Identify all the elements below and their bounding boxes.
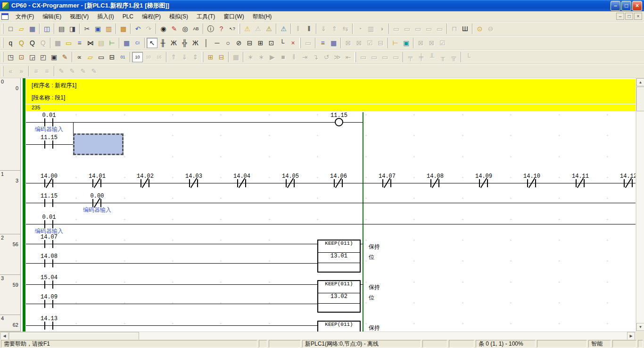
new-closed-or-contact-button[interactable]: Ж (190, 38, 201, 48)
show-grid-button[interactable]: ▦ (52, 38, 63, 48)
restore-button[interactable]: □ (621, 1, 631, 11)
online-simulator-button[interactable]: ⚠ (278, 24, 289, 34)
new-function-block-button[interactable]: ⊡ (266, 38, 277, 48)
contact-nc-14.12[interactable] (624, 179, 633, 187)
toolbar-grip[interactable] (2, 52, 3, 62)
new-contact-button[interactable]: ╫ (157, 38, 168, 48)
contact-nc-14.09[interactable] (479, 179, 488, 187)
rung-margin-0[interactable]: 00 (0, 78, 21, 171)
plc-settings-button[interactable]: ⊞ (205, 52, 216, 62)
rung-margin-4[interactable]: 462 (0, 315, 21, 331)
replace-button[interactable]: ✎ (169, 24, 180, 34)
scroll-right-button[interactable]: ▶ (627, 332, 635, 340)
contact-nc-14.07[interactable] (382, 179, 392, 187)
paste-button[interactable]: ▥ (103, 24, 114, 34)
vertical-scroll-thumb[interactable] (636, 87, 644, 111)
copy-button[interactable]: ▣ (92, 24, 103, 34)
contact-nc-14.06[interactable] (334, 179, 343, 187)
find-error-button[interactable]: ⚠ (264, 24, 274, 34)
zoom-prev-button[interactable]: q (5, 38, 16, 48)
selection-cursor[interactable] (73, 133, 124, 155)
vertical-line-button[interactable]: │ (201, 38, 212, 48)
new-button[interactable]: □ (5, 24, 16, 34)
contact-no-14.13[interactable] (44, 322, 54, 330)
window-ladder-button[interactable]: ▭ (96, 52, 107, 62)
vertical-scrollbar[interactable]: ▲ ▼ (636, 78, 644, 331)
monitor-binary-button[interactable]: 01 (117, 52, 128, 62)
protect-on-button[interactable]: ⊙ (474, 24, 485, 34)
menu-item-2[interactable]: 编辑(E) (38, 12, 66, 21)
contact-nc-14.08[interactable] (430, 179, 440, 187)
scroll-down-button[interactable]: ▼ (636, 323, 644, 331)
show-rung-list-button[interactable]: ≡ (74, 38, 85, 48)
keep-block-13.02[interactable]: KEEP(011)13.02 (317, 280, 361, 313)
mdi-close-button[interactable]: × (634, 13, 642, 20)
help-button[interactable]: ? (216, 24, 227, 34)
local-symbols-button[interactable]: ▱ (85, 52, 96, 62)
print-preview-button[interactable]: ◨ (67, 24, 78, 34)
find-button[interactable]: ◉ (158, 24, 169, 34)
find-replace-button[interactable]: ◎ (180, 24, 190, 34)
contact-nc-14.11[interactable] (576, 179, 585, 187)
symbol-colors-button[interactable]: ⊢ (390, 38, 401, 48)
contact-no-14.08[interactable] (44, 259, 54, 267)
symbol-table-button[interactable]: ▦ (121, 38, 132, 48)
section-list-button[interactable]: ▦ (328, 38, 339, 48)
contact-nc-14.04[interactable] (237, 179, 247, 187)
menu-item-4[interactable]: 插入(I) (93, 12, 118, 21)
keep-block-13.01[interactable]: KEEP(011)13.01 (317, 240, 361, 273)
contact-no-14.07[interactable] (44, 240, 54, 248)
coil-11.15[interactable] (335, 118, 343, 126)
close-button[interactable]: × (632, 1, 642, 11)
mdi-minimize-button[interactable]: – (616, 13, 624, 20)
window-build-button[interactable]: ⊡ (16, 52, 27, 62)
contact-no-15.04[interactable] (44, 281, 54, 289)
context-help-button[interactable]: ↖? (227, 24, 238, 34)
delete-button[interactable]: × (288, 38, 298, 48)
change-model-button[interactable]: ▩ (118, 24, 129, 34)
contact-nc-14.02[interactable] (140, 179, 150, 187)
window-symbols-button[interactable]: ◰ (38, 52, 49, 62)
decimal-button[interactable]: 10 (132, 52, 143, 62)
undo-button[interactable]: ↶ (132, 24, 143, 34)
contact-no-14.09[interactable] (44, 300, 54, 308)
window-mnemonic-button[interactable]: ⊟ (107, 52, 117, 62)
compile-button[interactable]: ⚠ (242, 24, 253, 34)
new-closed-contact-button[interactable]: Ж (168, 38, 179, 48)
toolbar-grip[interactable] (2, 24, 3, 34)
watch-window-button[interactable]: CI (132, 38, 143, 48)
contact-nc-14.03[interactable] (189, 179, 198, 187)
pause-button[interactable]: ‖ (304, 24, 314, 34)
contact-nc-14.05[interactable] (286, 179, 295, 187)
minimize-button[interactable]: – (611, 1, 620, 11)
horizontal-scrollbar[interactable]: ◀ ▶ (0, 331, 636, 340)
about-button[interactable]: ⓘ (205, 24, 216, 34)
horizontal-line-button[interactable]: ─ (212, 38, 223, 48)
new-closed-coil-button[interactable]: ⊘ (233, 38, 244, 48)
toolbar-grip[interactable] (2, 38, 3, 48)
differential-monitor-button[interactable]: Ш (460, 24, 471, 34)
show-comments-button[interactable]: ▭ (63, 38, 74, 48)
cross-reference-button[interactable]: ∝ (74, 52, 85, 62)
select-mode-button[interactable]: ↖ (147, 38, 157, 48)
scroll-up-button[interactable]: ▲ (636, 78, 644, 86)
menu-item-1[interactable]: 文件(F) (11, 12, 38, 21)
cut-button[interactable]: ✂ (82, 24, 92, 34)
monitor-in-rung-button[interactable]: ⋈ (85, 38, 96, 48)
zoom-region-button[interactable]: Q (16, 38, 27, 48)
window-watch-button[interactable]: ◲ (27, 52, 38, 62)
menu-item-3[interactable]: 视图(V) (66, 12, 93, 21)
address-reference-button[interactable]: ▣ (401, 38, 412, 48)
contact-nc-14.00[interactable] (44, 179, 54, 187)
save-button[interactable]: ▦ (27, 24, 38, 34)
new-or-contact-button[interactable]: ╬ (179, 38, 190, 48)
new-instruction-button[interactable]: ⊟ (244, 38, 255, 48)
memory-card-button[interactable]: ⊟ (216, 52, 227, 62)
save-search-button[interactable]: ◫ (41, 24, 52, 34)
zoom-in-button[interactable]: Q (27, 38, 38, 48)
show-rung-wrap-button[interactable]: ▤ (96, 38, 107, 48)
menu-item-9[interactable]: 窗口(W) (219, 12, 248, 21)
menu-item-8[interactable]: 工具(T) (192, 12, 219, 21)
invert-button[interactable]: └ (277, 38, 288, 48)
window-io-table-button[interactable]: ▣ (49, 52, 59, 62)
